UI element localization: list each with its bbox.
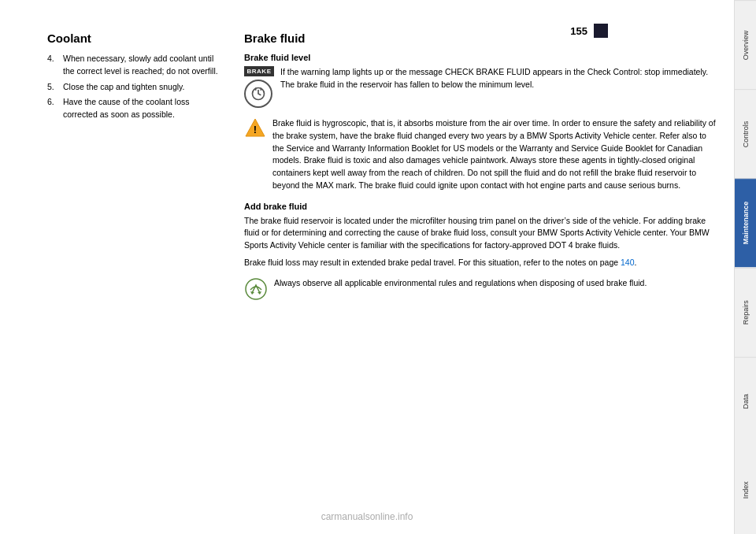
brake-label: BRAKE [244,66,274,76]
sidebar: Overview Controls Maintenance Repairs Da… [734,0,756,534]
page-container: 155 Coolant 4. When necessary, slowly ad… [0,0,756,534]
sidebar-tab-label: Repairs [742,300,750,324]
page-number-bar: 155 [570,24,608,38]
sidebar-tab-controls[interactable]: Controls [735,89,756,178]
sidebar-tab-data[interactable]: Data [735,357,756,446]
list-item: 6. Have the cause of the coolant loss co… [47,96,220,121]
brake-warning-text: Brake fluid is hygroscopic, that is, it … [272,117,718,192]
brake-fluid-level-subtitle: Brake fluid level [244,53,718,62]
loss-end: . [635,258,637,267]
sidebar-tab-index[interactable]: Index [735,446,756,534]
list-number: 4. [47,53,59,78]
list-text: Have the cause of the coolant loss corre… [63,96,220,121]
two-col-layout: Coolant 4. When necessary, slowly add co… [47,32,718,310]
brake-warning-box: ! Brake fluid is hygroscopic, that is, i… [244,117,718,192]
coolant-list: 4. When necessary, slowly add coolant un… [47,53,220,121]
eco-warning-text: Always observe all applicable environmen… [274,277,647,290]
list-text: Close the cap and tighten snugly. [63,81,185,94]
sidebar-tab-overview[interactable]: Overview [735,0,756,89]
sidebar-tab-label: Overview [742,30,750,60]
add-brake-fluid-text: The brake fluid reservoir is located und… [244,215,718,252]
sidebar-tab-repairs[interactable]: Repairs [735,268,756,357]
sidebar-tab-label: Data [742,394,750,409]
brake-icon-area: BRAKE [244,66,274,108]
eco-recycle-icon [244,277,268,301]
svg-text:!: ! [254,124,257,135]
sidebar-tab-label: Controls [742,121,750,148]
sidebar-tab-maintenance[interactable]: Maintenance [735,178,756,267]
add-brake-fluid-subtitle: Add brake fluid [244,202,718,211]
watermark: carmanualsonline.info [321,511,413,522]
brake-fluid-title: Brake fluid [244,32,718,45]
svg-point-5 [246,279,266,299]
list-number: 6. [47,96,59,121]
main-content: 155 Coolant 4. When necessary, slowly ad… [0,0,734,534]
sidebar-tab-label: Maintenance [742,202,750,245]
sidebar-tab-label: Index [742,481,750,499]
list-item: 4. When necessary, slowly add coolant un… [47,53,220,78]
coolant-section: Coolant 4. When necessary, slowly add co… [47,32,220,310]
list-item: 5. Close the cap and tighten snugly. [47,81,220,94]
warning-triangle-icon: ! [244,117,266,139]
brake-symbol-icon [244,80,272,108]
add-brake-fluid-section: Add brake fluid The brake fluid reservoi… [244,202,718,269]
loss-text-part: Brake fluid loss may result in extended … [244,258,621,267]
page-number-block [594,24,608,38]
brake-fluid-level-text: If the warning lamp lights up or the mes… [280,66,718,91]
loss-link[interactable]: 140 [621,258,635,267]
brake-fluid-level-box: BRAKE If the warning lamp lights up or t… [244,66,718,108]
brake-fluid-loss-text: Brake fluid loss may result in extended … [244,257,718,269]
list-text: When necessary, slowly add coolant until… [63,53,220,78]
page-number: 155 [570,25,587,37]
list-number: 5. [47,81,59,94]
coolant-title: Coolant [47,32,220,45]
brake-fluid-section: Brake fluid Brake fluid level BRAKE [244,32,718,310]
eco-warning-box: Always observe all applicable environmen… [244,277,718,301]
